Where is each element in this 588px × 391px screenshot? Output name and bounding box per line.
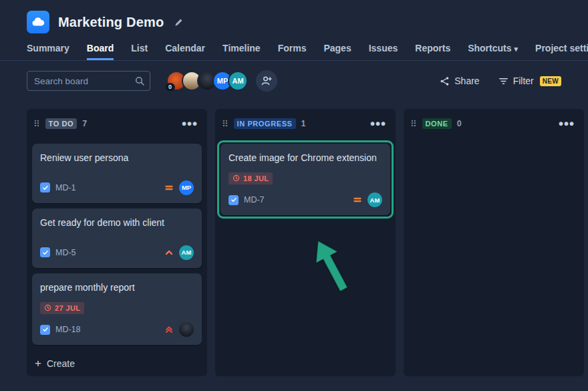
- page-title: Marketing Demo: [58, 15, 164, 30]
- column-in-progress: ⠿ IN PROGRESS 1 ••• Create image for Chr…: [215, 109, 396, 376]
- priority-medium-icon: [164, 183, 174, 192]
- assignee-avatar[interactable]: [179, 322, 194, 337]
- assignee-avatar[interactable]: AM: [179, 245, 194, 260]
- share-icon: [440, 76, 450, 86]
- add-person-icon: [261, 75, 273, 87]
- card-wrap: prepare monthly report 27 JUL MD-18: [32, 273, 202, 345]
- due-date-badge: 18 JUL: [229, 172, 273, 184]
- tab-forms[interactable]: Forms: [278, 43, 307, 60]
- column-count: 7: [82, 119, 87, 128]
- create-issue-button[interactable]: + Create: [27, 352, 207, 376]
- card-list: Create image for Chrome extension 18 JUL: [215, 138, 396, 376]
- search-wrap: [27, 71, 150, 91]
- check-icon: [42, 249, 49, 256]
- card[interactable]: prepare monthly report 27 JUL MD-18: [32, 273, 202, 345]
- clock-icon: [233, 174, 240, 182]
- card-title: prepare monthly report: [40, 281, 194, 294]
- tab-pages[interactable]: Pages: [323, 43, 351, 60]
- tab-issues[interactable]: Issues: [369, 43, 398, 60]
- add-people-button[interactable]: [256, 70, 277, 92]
- column-todo: ⠿ TO DO 7 ••• Reniew user persona MD-1: [27, 109, 207, 376]
- drag-handle-icon[interactable]: ⠿: [33, 119, 40, 129]
- member-avatar-stack: 0 MP AM: [166, 71, 248, 91]
- tab-project-settings[interactable]: Project settings: [535, 43, 588, 60]
- check-icon: [42, 184, 49, 191]
- tab-shortcuts[interactable]: Shortcuts ▾: [468, 43, 518, 60]
- status-lozenge: DONE: [422, 118, 452, 129]
- filter-icon: [498, 76, 508, 86]
- issue-key: MD-1: [55, 183, 76, 192]
- edit-title-icon[interactable]: [174, 17, 184, 27]
- tab-calendar[interactable]: Calendar: [165, 43, 205, 60]
- drag-handle-icon[interactable]: ⠿: [410, 119, 417, 129]
- done-checkbox[interactable]: [40, 325, 50, 335]
- tab-summary[interactable]: Summary: [27, 43, 69, 60]
- filter-button[interactable]: Filter NEW: [498, 76, 561, 86]
- column-more-button[interactable]: •••: [557, 118, 576, 130]
- card[interactable]: Reniew user persona MD-1 MP: [32, 144, 202, 203]
- card-list: Reniew user persona MD-1 MP: [27, 138, 207, 352]
- tab-board[interactable]: Board: [87, 43, 114, 60]
- card[interactable]: Create image for Chrome extension 18 JUL: [220, 144, 390, 215]
- card[interactable]: Get ready for demo with client MD-5 AM: [32, 209, 202, 268]
- card-wrap: Get ready for demo with client MD-5 AM: [32, 209, 202, 268]
- plus-icon: +: [35, 359, 41, 368]
- clock-icon: [44, 304, 51, 311]
- jira-board-page: Marketing Demo Summary Board List Calend…: [0, 0, 588, 391]
- column-header: ⠿ DONE 0 •••: [404, 109, 584, 138]
- column-header: ⠿ TO DO 7 •••: [27, 109, 207, 138]
- card-title: Create image for Chrome extension: [229, 152, 382, 164]
- column-count: 1: [301, 119, 306, 128]
- share-button[interactable]: Share: [440, 76, 479, 86]
- priority-medium-icon: [353, 195, 362, 205]
- board-toolbar: 0 MP AM Share: [27, 70, 561, 92]
- project-nav: Summary Board List Calendar Timeline For…: [27, 43, 588, 60]
- card-wrap: Reniew user persona MD-1 MP: [32, 144, 202, 203]
- due-date-badge: 27 JUL: [40, 302, 84, 314]
- nav-divider: [0, 60, 588, 61]
- done-checkbox[interactable]: [40, 247, 50, 257]
- issue-key: MD-5: [55, 248, 76, 257]
- assignee-avatar[interactable]: AM: [368, 192, 382, 207]
- drag-handle-icon[interactable]: ⠿: [222, 119, 229, 129]
- card-wrap: Create image for Chrome extension 18 JUL: [220, 144, 390, 215]
- status-lozenge: IN PROGRESS: [234, 118, 296, 129]
- check-icon: [42, 326, 49, 333]
- column-header: ⠿ IN PROGRESS 1 •••: [215, 109, 396, 138]
- cloud-icon: [31, 15, 45, 29]
- search-input[interactable]: [27, 71, 150, 91]
- tab-timeline[interactable]: Timeline: [223, 43, 261, 60]
- card-title: Reniew user persona: [40, 152, 194, 164]
- check-icon: [231, 197, 237, 203]
- priority-highest-icon: [164, 325, 174, 334]
- toolbar-right: Share Filter NEW: [440, 76, 561, 86]
- search-icon: [134, 76, 145, 89]
- column-done: ⠿ DONE 0 •••: [404, 109, 584, 376]
- status-lozenge: TO DO: [45, 118, 78, 129]
- chevron-down-icon: ▾: [514, 45, 519, 53]
- card-title: Get ready for demo with client: [40, 217, 194, 229]
- done-checkbox[interactable]: [40, 182, 50, 192]
- column-more-button[interactable]: •••: [369, 118, 388, 130]
- priority-high-icon: [164, 248, 174, 257]
- done-checkbox[interactable]: [229, 195, 239, 205]
- project-header: Marketing Demo: [0, 0, 588, 33]
- avatar[interactable]: AM: [228, 71, 248, 91]
- tab-reports[interactable]: Reports: [415, 43, 450, 60]
- new-badge: NEW: [540, 76, 561, 86]
- project-avatar[interactable]: [27, 11, 49, 33]
- column-count: 0: [457, 119, 462, 128]
- column-more-button[interactable]: •••: [180, 118, 199, 130]
- tab-list[interactable]: List: [131, 43, 148, 60]
- issue-key: MD-18: [55, 325, 81, 334]
- assignee-avatar[interactable]: MP: [179, 180, 194, 195]
- avatar-count-badge: 0: [165, 83, 175, 92]
- card-list: [404, 138, 584, 376]
- issue-key: MD-7: [244, 195, 265, 205]
- board-columns: ⠿ TO DO 7 ••• Reniew user persona MD-1: [0, 109, 588, 376]
